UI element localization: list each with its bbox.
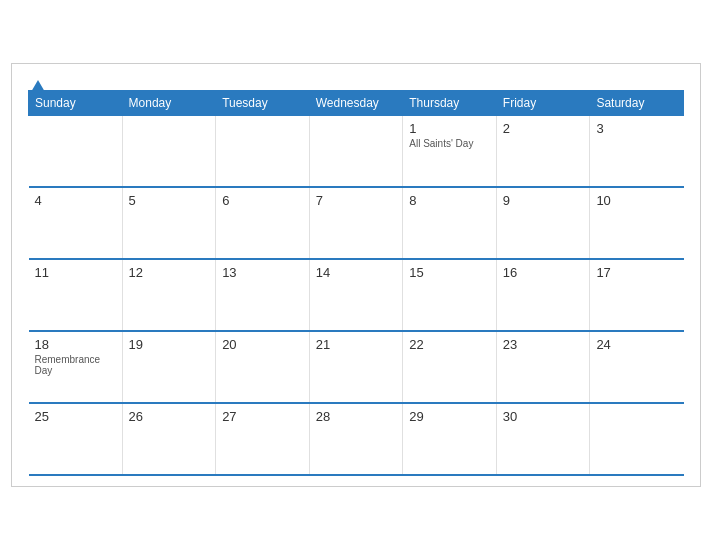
day-number: 19: [129, 337, 210, 352]
calendar-cell: 30: [496, 403, 590, 475]
day-number: 11: [35, 265, 116, 280]
day-number: 30: [503, 409, 584, 424]
day-number: 7: [316, 193, 397, 208]
weekday-friday: Friday: [496, 90, 590, 115]
calendar-cell: 6: [216, 187, 310, 259]
calendar-cell: 12: [122, 259, 216, 331]
calendar-cell: [29, 115, 123, 187]
holiday-name: All Saints' Day: [409, 138, 490, 149]
day-number: 15: [409, 265, 490, 280]
calendar-cell: 5: [122, 187, 216, 259]
day-number: 6: [222, 193, 303, 208]
day-number: 27: [222, 409, 303, 424]
weekday-sunday: Sunday: [29, 90, 123, 115]
calendar-cell: 27: [216, 403, 310, 475]
calendar-cell: 7: [309, 187, 403, 259]
calendar-cell: 19: [122, 331, 216, 403]
day-number: 14: [316, 265, 397, 280]
day-number: 26: [129, 409, 210, 424]
week-row-0: 1All Saints' Day23: [29, 115, 684, 187]
day-number: 8: [409, 193, 490, 208]
week-row-3: 18Remembrance Day192021222324: [29, 331, 684, 403]
day-number: 21: [316, 337, 397, 352]
calendar-cell: 3: [590, 115, 684, 187]
calendar-cell: 9: [496, 187, 590, 259]
calendar-cell: 21: [309, 331, 403, 403]
week-row-4: 252627282930: [29, 403, 684, 475]
calendar-cell: 15: [403, 259, 497, 331]
calendar-cell: 28: [309, 403, 403, 475]
weekday-monday: Monday: [122, 90, 216, 115]
holiday-name: Remembrance Day: [35, 354, 116, 376]
calendar-cell: [216, 115, 310, 187]
day-number: 5: [129, 193, 210, 208]
weekday-wednesday: Wednesday: [309, 90, 403, 115]
day-number: 25: [35, 409, 116, 424]
calendar-cell: 25: [29, 403, 123, 475]
day-number: 13: [222, 265, 303, 280]
day-number: 4: [35, 193, 116, 208]
day-number: 24: [596, 337, 677, 352]
day-number: 17: [596, 265, 677, 280]
logo-blue-text: [28, 80, 45, 93]
calendar-container: SundayMondayTuesdayWednesdayThursdayFrid…: [11, 63, 701, 488]
calendar-cell: 8: [403, 187, 497, 259]
day-number: 2: [503, 121, 584, 136]
day-number: 23: [503, 337, 584, 352]
calendar-cell: 2: [496, 115, 590, 187]
calendar-cell: 18Remembrance Day: [29, 331, 123, 403]
day-number: 9: [503, 193, 584, 208]
day-number: 12: [129, 265, 210, 280]
day-number: 1: [409, 121, 490, 136]
logo: [28, 80, 45, 93]
weekday-thursday: Thursday: [403, 90, 497, 115]
calendar-cell: 24: [590, 331, 684, 403]
weekday-tuesday: Tuesday: [216, 90, 310, 115]
day-number: 18: [35, 337, 116, 352]
week-row-1: 45678910: [29, 187, 684, 259]
day-number: 20: [222, 337, 303, 352]
calendar-cell: [122, 115, 216, 187]
calendar-cell: 22: [403, 331, 497, 403]
calendar-cell: 14: [309, 259, 403, 331]
calendar-grid: SundayMondayTuesdayWednesdayThursdayFrid…: [28, 90, 684, 477]
calendar-cell: 17: [590, 259, 684, 331]
calendar-cell: 4: [29, 187, 123, 259]
day-number: 10: [596, 193, 677, 208]
calendar-cell: 20: [216, 331, 310, 403]
calendar-cell: [590, 403, 684, 475]
weekday-header-row: SundayMondayTuesdayWednesdayThursdayFrid…: [29, 90, 684, 115]
calendar-cell: 11: [29, 259, 123, 331]
calendar-cell: [309, 115, 403, 187]
calendar-cell: 26: [122, 403, 216, 475]
day-number: 16: [503, 265, 584, 280]
logo-triangle-icon: [31, 80, 45, 92]
day-number: 28: [316, 409, 397, 424]
calendar-cell: 1All Saints' Day: [403, 115, 497, 187]
calendar-cell: 13: [216, 259, 310, 331]
calendar-cell: 16: [496, 259, 590, 331]
day-number: 22: [409, 337, 490, 352]
week-row-2: 11121314151617: [29, 259, 684, 331]
calendar-cell: 23: [496, 331, 590, 403]
day-number: 29: [409, 409, 490, 424]
day-number: 3: [596, 121, 677, 136]
calendar-cell: 10: [590, 187, 684, 259]
calendar-cell: 29: [403, 403, 497, 475]
weekday-saturday: Saturday: [590, 90, 684, 115]
